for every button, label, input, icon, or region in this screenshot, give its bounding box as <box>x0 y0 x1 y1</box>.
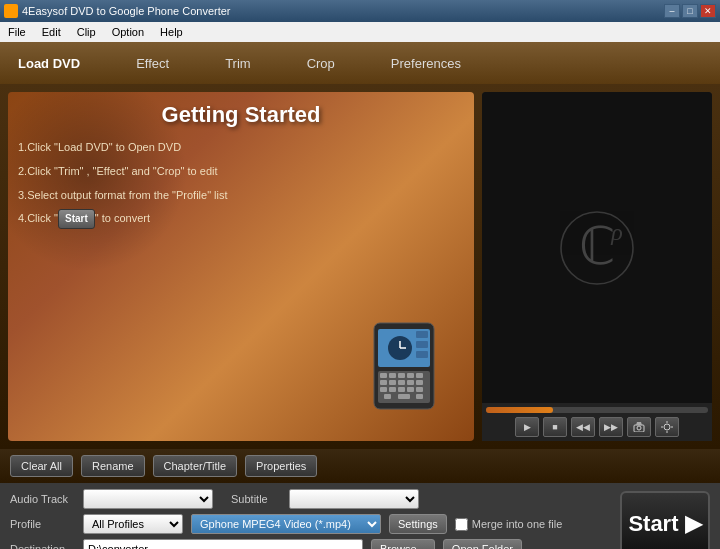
tab-crop[interactable]: Crop <box>299 52 343 75</box>
bottom-area: Audio Track Subtitle Profile All Profile… <box>0 483 720 549</box>
subtitle-select[interactable] <box>289 489 419 509</box>
svg-rect-17 <box>407 380 414 385</box>
bottom-left: Audio Track Subtitle Profile All Profile… <box>10 489 612 549</box>
svg-rect-23 <box>416 387 423 392</box>
svg-rect-25 <box>398 394 410 399</box>
destination-row: Destination Browse... Open Folder <box>10 539 612 549</box>
app-icon <box>4 4 18 18</box>
svg-rect-34 <box>667 421 668 423</box>
title-bar: 4Easysof DVD to Google Phone Converter –… <box>0 0 720 22</box>
svg-rect-19 <box>380 387 387 392</box>
svg-rect-22 <box>407 387 414 392</box>
title-text: 4Easysof DVD to Google Phone Converter <box>4 4 231 18</box>
maximize-button[interactable]: □ <box>682 4 698 18</box>
svg-point-31 <box>637 426 641 430</box>
svg-rect-14 <box>380 380 387 385</box>
profile-label: Profile <box>10 518 75 530</box>
svg-rect-15 <box>389 380 396 385</box>
svg-rect-12 <box>407 373 414 378</box>
close-button[interactable]: ✕ <box>700 4 716 18</box>
instructions: 1.Click "Load DVD" to Open DVD 2.Click "… <box>18 138 464 229</box>
merge-label: Merge into one file <box>472 518 563 530</box>
play-button[interactable]: ▶ <box>515 417 539 437</box>
video-logo: ℂ ρ <box>557 208 637 288</box>
progress-bar-fill <box>486 407 553 413</box>
svg-marker-32 <box>636 422 642 425</box>
svg-text:ρ: ρ <box>610 219 623 245</box>
profile-select[interactable]: All Profiles <box>83 514 183 534</box>
svg-rect-7 <box>416 351 428 358</box>
svg-rect-11 <box>398 373 405 378</box>
rename-button[interactable]: Rename <box>81 455 145 477</box>
phone-svg <box>364 321 464 411</box>
merge-checkbox-input[interactable] <box>455 518 468 531</box>
step-2: 2.Click "Trim" , "Effect" and "Crop" to … <box>18 162 464 182</box>
settings-video-button[interactable] <box>655 417 679 437</box>
svg-rect-36 <box>661 427 663 428</box>
open-folder-button[interactable]: Open Folder <box>443 539 522 549</box>
tab-preferences[interactable]: Preferences <box>383 52 469 75</box>
bottom-right: Start ▶ <box>612 489 710 549</box>
browse-button[interactable]: Browse... <box>371 539 435 549</box>
menu-edit[interactable]: Edit <box>38 24 65 40</box>
capture-button[interactable] <box>627 417 651 437</box>
svg-text:ℂ: ℂ <box>579 218 615 275</box>
svg-rect-21 <box>398 387 405 392</box>
menu-file[interactable]: File <box>4 24 30 40</box>
destination-label: Destination <box>10 543 75 549</box>
bottom-controls: Audio Track Subtitle Profile All Profile… <box>10 489 710 549</box>
svg-rect-37 <box>671 427 673 428</box>
video-preview: ℂ ρ <box>482 92 712 403</box>
tab-load-dvd[interactable]: Load DVD <box>10 52 88 75</box>
video-buttons: ▶ ■ ◀◀ ▶▶ <box>486 417 708 437</box>
merge-checkbox-container: Merge into one file <box>455 518 563 531</box>
profile-row: Profile All Profiles Gphone MPEG4 Video … <box>10 514 612 534</box>
svg-point-33 <box>664 424 670 430</box>
tab-effect[interactable]: Effect <box>128 52 177 75</box>
tab-trim[interactable]: Trim <box>217 52 259 75</box>
left-panel: Getting Started 1.Click "Load DVD" to Op… <box>8 92 474 441</box>
clear-all-button[interactable]: Clear All <box>10 455 73 477</box>
step-1: 1.Click "Load DVD" to Open DVD <box>18 138 464 158</box>
tab-bar: Load DVD Effect Trim Crop Preferences <box>0 42 720 84</box>
stop-button[interactable]: ■ <box>543 417 567 437</box>
right-panel: ℂ ρ ▶ ■ ◀◀ ▶▶ <box>482 92 712 441</box>
menu-bar: File Edit Clip Option Help <box>0 22 720 42</box>
svg-rect-10 <box>389 373 396 378</box>
svg-rect-9 <box>380 373 387 378</box>
video-controls-bar: ▶ ■ ◀◀ ▶▶ <box>482 403 712 441</box>
chapter-title-button[interactable]: Chapter/Title <box>153 455 238 477</box>
progress-bar-container[interactable] <box>486 407 708 413</box>
destination-input[interactable] <box>83 539 363 549</box>
title-label: 4Easysof DVD to Google Phone Converter <box>22 5 231 17</box>
title-controls: – □ ✕ <box>664 4 716 18</box>
svg-rect-16 <box>398 380 405 385</box>
svg-rect-26 <box>416 394 423 399</box>
forward-button[interactable]: ▶▶ <box>599 417 623 437</box>
format-select[interactable]: Gphone MPEG4 Video (*.mp4) <box>191 514 381 534</box>
settings-button[interactable]: Settings <box>389 514 447 534</box>
audio-subtitle-row: Audio Track Subtitle <box>10 489 612 509</box>
rewind-button[interactable]: ◀◀ <box>571 417 595 437</box>
action-buttons-bar: Clear All Rename Chapter/Title Propertie… <box>0 449 720 483</box>
svg-rect-20 <box>389 387 396 392</box>
audio-track-label: Audio Track <box>10 493 75 505</box>
getting-started-title: Getting Started <box>18 102 464 128</box>
svg-rect-13 <box>416 373 423 378</box>
svg-rect-35 <box>667 431 668 433</box>
step-3: 3.Select output format from the "Profile… <box>18 186 464 206</box>
svg-rect-18 <box>416 380 423 385</box>
audio-track-select[interactable] <box>83 489 213 509</box>
menu-help[interactable]: Help <box>156 24 187 40</box>
phone-image <box>364 321 464 411</box>
subtitle-label: Subtitle <box>231 493 281 505</box>
menu-clip[interactable]: Clip <box>73 24 100 40</box>
properties-button[interactable]: Properties <box>245 455 317 477</box>
svg-rect-6 <box>416 341 428 348</box>
svg-rect-5 <box>416 331 428 338</box>
minimize-button[interactable]: – <box>664 4 680 18</box>
start-button[interactable]: Start ▶ <box>620 491 710 549</box>
menu-option[interactable]: Option <box>108 24 148 40</box>
main-content: Getting Started 1.Click "Load DVD" to Op… <box>0 84 720 449</box>
start-inline-label: Start <box>58 209 95 229</box>
